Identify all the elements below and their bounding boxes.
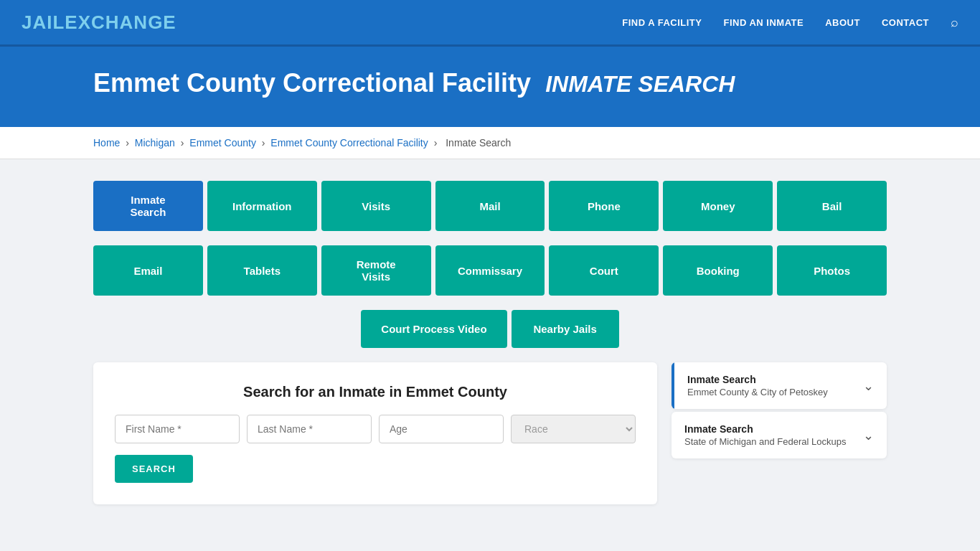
tab-visits[interactable]: Visits — [321, 181, 431, 231]
logo-part1: JAIL — [22, 11, 65, 33]
tab-row-1: Inmate Search Information Visits Mail Ph… — [93, 181, 887, 231]
search-button[interactable]: SEARCH — [115, 455, 193, 483]
search-form-title: Search for an Inmate in Emmet County — [115, 384, 636, 400]
sidebar-card-header-1[interactable]: Inmate Search State of Michigan and Fede… — [672, 412, 887, 458]
tab-booking[interactable]: Booking — [663, 245, 773, 296]
nav-find-inmate[interactable]: FIND AN INMATE — [723, 17, 804, 28]
sidebar-card-text-1: Inmate Search State of Michigan and Fede… — [684, 423, 846, 447]
nav-contact[interactable]: CONTACT — [882, 17, 929, 28]
logo-part2: EXCHANGE — [65, 11, 176, 33]
breadcrumb-michigan[interactable]: Michigan — [135, 137, 175, 149]
tab-information[interactable]: Information — [207, 181, 317, 231]
site-logo[interactable]: JAILEXCHANGE — [22, 11, 176, 34]
race-select[interactable]: Race White Black Hispanic Asian Other — [511, 415, 636, 443]
breadcrumb-facility[interactable]: Emmet County Correctional Facility — [270, 137, 428, 149]
hero-title-main: Emmet County Correctional Facility — [93, 68, 531, 98]
sidebar-card-subtitle-0: Emmet County & City of Petoskey — [687, 387, 828, 397]
tab-photos[interactable]: Photos — [777, 245, 887, 296]
sidebar-card-title-0: Inmate Search — [687, 374, 828, 385]
navbar: JAILEXCHANGE FIND A FACILITY FIND AN INM… — [0, 0, 980, 47]
tab-phone[interactable]: Phone — [549, 181, 659, 231]
tab-inmate-search[interactable]: Inmate Search — [93, 181, 203, 231]
tab-bail[interactable]: Bail — [777, 181, 887, 231]
sidebar-card-title-1: Inmate Search — [684, 423, 846, 435]
chevron-down-icon-0: ⌄ — [863, 378, 874, 394]
main-nav: FIND A FACILITY FIND AN INMATE ABOUT CON… — [622, 15, 958, 30]
sidebar-card-1: Inmate Search State of Michigan and Fede… — [672, 412, 887, 458]
sidebar-card-text-0: Inmate Search Emmet County & City of Pet… — [687, 374, 828, 397]
last-name-input[interactable] — [247, 415, 372, 443]
bottom-section: Search for an Inmate in Emmet County Rac… — [93, 362, 887, 504]
tab-mail[interactable]: Mail — [435, 181, 545, 231]
nav-find-facility[interactable]: FIND A FACILITY — [622, 17, 702, 28]
tab-nearby-jails[interactable]: Nearby Jails — [512, 310, 619, 348]
tab-row-2: Email Tablets Remote Visits Commissary C… — [93, 245, 887, 296]
sidebar-card-0: Inmate Search Emmet County & City of Pet… — [672, 362, 887, 409]
nav-about[interactable]: ABOUT — [825, 17, 860, 28]
search-icon[interactable]: ⌕ — [951, 15, 958, 30]
breadcrumb: Home › Michigan › Emmet County › Emmet C… — [0, 127, 980, 159]
first-name-input[interactable] — [115, 415, 240, 443]
page-title: Emmet County Correctional Facility INMAT… — [93, 68, 958, 98]
tab-tablets[interactable]: Tablets — [207, 245, 317, 296]
age-input[interactable] — [379, 415, 504, 443]
breadcrumb-sep4: › — [434, 137, 440, 149]
breadcrumb-sep3: › — [262, 137, 268, 149]
sidebar-card-subtitle-1: State of Michigan and Federal Lockups — [684, 436, 846, 447]
breadcrumb-emmet-county[interactable]: Emmet County — [189, 137, 256, 149]
tab-commissary[interactable]: Commissary — [435, 245, 545, 296]
tab-remote-visits[interactable]: Remote Visits — [321, 245, 431, 296]
tab-court[interactable]: Court — [549, 245, 659, 296]
tab-court-process-video[interactable]: Court Process Video — [361, 310, 507, 348]
sidebar: Inmate Search Emmet County & City of Pet… — [672, 362, 887, 504]
hero-section: Emmet County Correctional Facility INMAT… — [0, 47, 980, 127]
hero-title-sub: INMATE SEARCH — [545, 71, 735, 97]
main-content: Inmate Search Information Visits Mail Ph… — [0, 159, 980, 551]
search-form-card: Search for an Inmate in Emmet County Rac… — [93, 362, 657, 504]
tab-email[interactable]: Email — [93, 245, 203, 296]
chevron-down-icon-1: ⌄ — [863, 428, 874, 443]
breadcrumb-home[interactable]: Home — [93, 137, 120, 149]
search-inputs: Race White Black Hispanic Asian Other — [115, 415, 636, 443]
breadcrumb-current: Inmate Search — [446, 137, 511, 149]
breadcrumb-sep2: › — [181, 137, 187, 149]
breadcrumb-sep1: › — [126, 137, 132, 149]
sidebar-card-header-0[interactable]: Inmate Search Emmet County & City of Pet… — [672, 362, 887, 409]
tab-row-3: Court Process Video Nearby Jails — [93, 310, 887, 348]
tab-money[interactable]: Money — [663, 181, 773, 231]
